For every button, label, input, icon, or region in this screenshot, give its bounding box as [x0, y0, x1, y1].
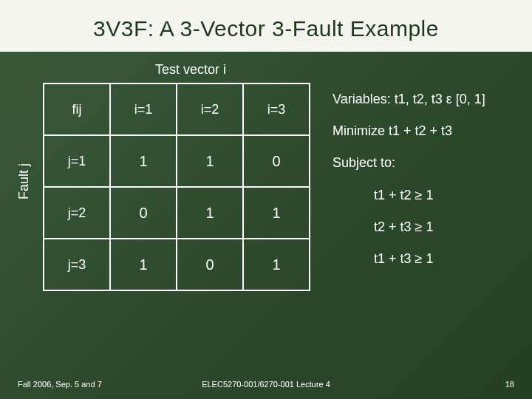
- table-header-cell: fij: [44, 83, 110, 135]
- table-cell: 1: [177, 187, 243, 239]
- table-row: j=3 1 0 1: [44, 239, 310, 290]
- table-row-label: j=3: [44, 239, 110, 290]
- table-cell: 1: [177, 135, 243, 187]
- table-row: j=1 1 1 0: [44, 135, 310, 187]
- table-cell: 0: [177, 239, 243, 290]
- objective-line: Minimize t1 + t2 + t3: [332, 122, 485, 140]
- test-vector-label: Test vector i: [155, 62, 226, 78]
- footer-course: ELEC5270-001/6270-001 Lecture 4: [0, 380, 532, 389]
- table-cell: 1: [243, 239, 310, 290]
- table-cell: 0: [110, 187, 177, 239]
- table-row-label: j=2: [44, 187, 110, 239]
- table-cell: 1: [243, 187, 310, 239]
- footer-page-number: 18: [505, 380, 514, 389]
- table-header-cell: i=2: [177, 83, 243, 135]
- constraint-line: t1 + t3 ≥ 1: [332, 250, 485, 268]
- subject-to-line: Subject to:: [332, 154, 485, 172]
- optimization-block: Variables: t1, t2, t3 ε [0, 1] Minimize …: [332, 90, 485, 282]
- fault-j-label: Fault j: [16, 163, 32, 200]
- table-header-cell: i=1: [110, 83, 177, 135]
- constraint-line: t2 + t3 ≥ 1: [332, 218, 485, 236]
- table-row: fij i=1 i=2 i=3: [44, 83, 310, 135]
- fij-table: fij i=1 i=2 i=3 j=1 1 1 0 j=2 0 1 1 j=3 …: [43, 83, 310, 291]
- table-cell: 0: [243, 135, 310, 187]
- table-cell: 1: [110, 239, 177, 290]
- slide-title: 3V3F: A 3-Vector 3-Fault Example: [0, 0, 532, 52]
- variables-line: Variables: t1, t2, t3 ε [0, 1]: [332, 90, 485, 109]
- table-row: j=2 0 1 1: [44, 187, 310, 239]
- table-cell: 1: [110, 135, 177, 187]
- table-header-cell: i=3: [243, 83, 310, 135]
- table-row-label: j=1: [44, 135, 110, 187]
- constraint-line: t1 + t2 ≥ 1: [332, 186, 485, 205]
